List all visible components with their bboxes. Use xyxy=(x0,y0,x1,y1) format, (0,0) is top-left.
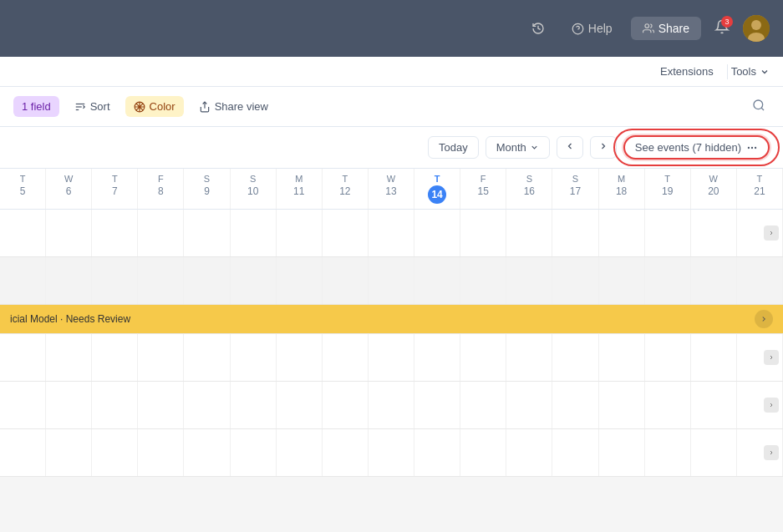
cal-cell xyxy=(737,210,783,256)
cal-cell xyxy=(645,257,691,304)
cal-row-4 xyxy=(0,382,783,429)
see-events-wrapper: See events (7 hidden) xyxy=(623,135,770,160)
see-events-label: See events (7 hidden) xyxy=(635,141,741,154)
color-button[interactable]: Color xyxy=(125,96,184,117)
cal-cell xyxy=(414,210,460,256)
cal-cell xyxy=(231,210,277,256)
svg-point-15 xyxy=(748,147,749,148)
cal-cell xyxy=(369,382,414,428)
cal-cell xyxy=(645,382,691,428)
cal-cell xyxy=(323,429,369,476)
cal-cell xyxy=(323,382,369,428)
cal-cell xyxy=(184,429,230,476)
cal-cell xyxy=(277,210,323,256)
cal-cell xyxy=(0,334,46,381)
sort-label: Sort xyxy=(90,100,110,113)
share-view-button[interactable]: Share view xyxy=(191,96,277,117)
cal-cell xyxy=(460,334,506,381)
help-button[interactable]: Help xyxy=(563,17,621,40)
see-events-button[interactable]: See events (7 hidden) xyxy=(623,135,770,160)
calendar-controls: Today Month See events (7 hidden) xyxy=(0,127,783,169)
cal-cell xyxy=(691,334,737,381)
cal-cell xyxy=(552,382,598,428)
event-expand-button[interactable] xyxy=(755,310,773,328)
day-header-15: F15 xyxy=(460,169,506,209)
help-label: Help xyxy=(588,22,613,35)
cal-cell xyxy=(506,210,552,256)
day-header-12: T12 xyxy=(323,169,369,209)
cal-cell xyxy=(0,382,46,428)
month-button[interactable]: Month xyxy=(486,136,550,159)
cal-cell xyxy=(414,334,460,381)
cal-cell xyxy=(277,382,323,428)
cal-row-3 xyxy=(0,334,783,382)
cal-cell xyxy=(645,334,691,381)
cal-cell xyxy=(552,334,598,381)
today-button[interactable]: Today xyxy=(428,136,479,159)
day-header-14: T14 xyxy=(414,169,460,209)
svg-point-2 xyxy=(645,24,649,28)
cal-cell xyxy=(737,334,783,381)
event-row: icial Model · Needs Review xyxy=(0,305,783,334)
cal-cell xyxy=(0,257,46,304)
day-header-10: S10 xyxy=(231,169,277,209)
cal-cell xyxy=(92,257,138,304)
history-button[interactable] xyxy=(523,17,553,40)
cal-row-2 xyxy=(0,257,783,305)
svg-line-12 xyxy=(761,108,764,110)
share-label: Share xyxy=(658,22,689,35)
cal-cell xyxy=(369,334,414,381)
month-label: Month xyxy=(496,141,526,154)
ext-bar: Extensions Tools xyxy=(0,57,783,87)
day-header-20: W20 xyxy=(691,169,737,209)
toolbar: 1 field Sort Color Share view xyxy=(0,87,783,127)
day-header-19: T19 xyxy=(645,169,691,209)
field-button[interactable]: 1 field xyxy=(13,96,59,117)
day-header-18: M18 xyxy=(599,169,645,209)
cal-cell xyxy=(552,257,598,304)
day-header-13: W13 xyxy=(369,169,414,209)
notification-button[interactable]: 3 xyxy=(711,16,733,42)
cal-cell xyxy=(231,257,277,304)
cell-expand-button[interactable] xyxy=(764,398,779,413)
cal-cell xyxy=(460,210,506,256)
cal-cell xyxy=(369,429,414,476)
cal-cell xyxy=(46,210,92,256)
day-header-7: T7 xyxy=(92,169,138,209)
cell-expand-button[interactable] xyxy=(764,350,779,365)
sort-button[interactable]: Sort xyxy=(66,96,119,117)
cell-expand-button[interactable] xyxy=(764,445,779,460)
day-header-9: S9 xyxy=(184,169,230,209)
avatar[interactable] xyxy=(743,15,770,42)
toolbar-right xyxy=(748,94,770,119)
cal-cell xyxy=(691,429,737,476)
next-arrow-button[interactable] xyxy=(590,136,617,159)
share-button[interactable]: Share xyxy=(631,17,701,40)
day-header-16: S16 xyxy=(506,169,552,209)
cal-cell xyxy=(138,429,184,476)
cal-cell xyxy=(460,257,506,304)
cal-cell xyxy=(691,257,737,304)
tools-button[interactable]: Tools xyxy=(731,65,770,78)
top-nav: Help Share 3 xyxy=(0,0,783,57)
extensions-item[interactable]: Extensions xyxy=(650,62,724,81)
svg-point-14 xyxy=(755,147,756,148)
cal-cell xyxy=(599,210,645,256)
cal-cell xyxy=(0,210,46,256)
cell-expand-button[interactable] xyxy=(764,225,779,241)
cal-cell xyxy=(552,210,598,256)
cal-cell xyxy=(737,257,783,304)
cal-cell xyxy=(414,429,460,476)
cal-cell xyxy=(138,382,184,428)
prev-arrow-button[interactable] xyxy=(557,136,583,159)
tools-label: Tools xyxy=(731,65,756,78)
search-button[interactable] xyxy=(748,94,770,119)
cal-cell xyxy=(506,334,552,381)
color-label: Color xyxy=(150,100,175,113)
event-label: icial Model · Needs Review xyxy=(10,313,130,325)
cal-cell xyxy=(92,210,138,256)
cal-cell xyxy=(92,429,138,476)
cal-cell xyxy=(506,257,552,304)
cal-cell xyxy=(277,257,323,304)
cal-cell xyxy=(138,210,184,256)
